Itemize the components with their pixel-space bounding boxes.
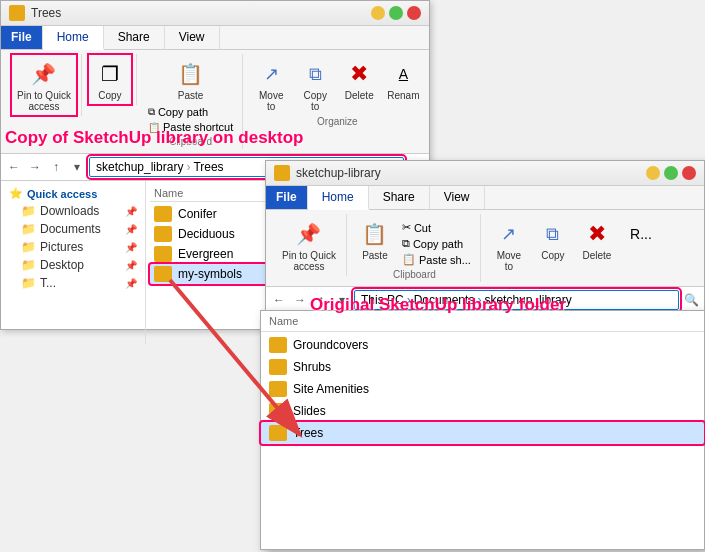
tab-home-2[interactable]: Home bbox=[308, 186, 369, 210]
copy-label-2: Copy bbox=[541, 250, 564, 261]
move-to-button[interactable]: ↗ Moveto bbox=[251, 56, 291, 114]
search-btn-2[interactable]: 🔍 bbox=[682, 291, 700, 309]
pin-btn-group: 📌 Pin to Quickaccess bbox=[13, 56, 75, 114]
ribbon-group-pin: 📌 Pin to Quickaccess bbox=[7, 54, 82, 116]
sidebar-item-desktop[interactable]: 📁 Desktop 📌 bbox=[1, 256, 145, 274]
move-to-btn-2[interactable]: ↗ Moveto bbox=[489, 216, 529, 274]
mysymbols-label: my-symbols bbox=[178, 267, 242, 281]
cut-label-2: Cut bbox=[414, 222, 431, 234]
ribbon-tabs-1: File Home Share View bbox=[1, 26, 429, 50]
address-sep: › bbox=[186, 160, 190, 174]
copy-icon-2: ⧉ bbox=[537, 218, 569, 250]
deciduous-label: Deciduous bbox=[178, 227, 235, 241]
folder-icon-shrubs bbox=[269, 359, 287, 375]
copy-btn-2[interactable]: ⧉ Copy bbox=[533, 216, 573, 274]
address-part1: sketchup_library bbox=[96, 160, 183, 174]
paste-sh-button-2[interactable]: 📋 Paste sh... bbox=[399, 252, 474, 267]
pin-icon-2: 📌 bbox=[293, 218, 325, 250]
pin-quick-access-button[interactable]: 📌 Pin to Quickaccess bbox=[13, 56, 75, 114]
copy-path-label-2: Copy path bbox=[413, 238, 463, 250]
pin-btn-2[interactable]: 📌 Pin to Quickaccess bbox=[278, 216, 340, 274]
paste-btn-2[interactable]: 📋 Paste bbox=[355, 216, 395, 267]
minimize-btn-2[interactable] bbox=[646, 166, 660, 180]
paste-sh-label-2: Paste sh... bbox=[419, 254, 471, 266]
ribbon-group-organize-2: ↗ Moveto ⧉ Copy ✖ Delete R... bbox=[483, 214, 667, 276]
delete-button[interactable]: ✖ Delete bbox=[339, 56, 379, 114]
pin-indicator-pics: 📌 bbox=[125, 242, 137, 253]
trees-label: Trees bbox=[293, 426, 323, 440]
tab-share-1[interactable]: Share bbox=[104, 26, 165, 49]
sidebar-item-documents[interactable]: 📁 Documents 📌 bbox=[1, 220, 145, 238]
folder-icon-dl: 📁 bbox=[21, 204, 36, 218]
ribbon-group-organize: ↗ Moveto ⧉ Copyto ✖ Delete A Renam bbox=[245, 54, 429, 129]
sidebar-item-t[interactable]: 📁 T... 📌 bbox=[1, 274, 145, 292]
cut-button-2[interactable]: ✂ Cut bbox=[399, 220, 474, 235]
star-icon: ⭐ bbox=[9, 187, 23, 200]
pin-icon: 📌 bbox=[28, 58, 60, 90]
sidebar-item-downloads[interactable]: 📁 Downloads 📌 bbox=[1, 202, 145, 220]
move-icon-2: ↗ bbox=[493, 218, 525, 250]
tab-view-1[interactable]: View bbox=[165, 26, 220, 49]
organize-buttons: ↗ Moveto ⧉ Copyto ✖ Delete A Renam bbox=[251, 56, 423, 114]
paste-icon: 📋 bbox=[175, 58, 207, 90]
copy-path-button[interactable]: ⧉ Copy path bbox=[145, 105, 236, 119]
up-btn[interactable]: ↑ bbox=[47, 158, 65, 176]
list-item-shrubs[interactable]: Shrubs bbox=[261, 356, 704, 378]
tab-file-1[interactable]: File bbox=[1, 26, 43, 49]
recent-btn[interactable]: ▾ bbox=[68, 158, 86, 176]
pin-indicator-docs: 📌 bbox=[125, 224, 137, 235]
folder-icon-evergreen bbox=[154, 246, 172, 262]
delete-btn-2[interactable]: ✖ Delete bbox=[577, 216, 617, 274]
paste-sh-icon-2: 📋 bbox=[402, 253, 416, 266]
copy-icon-1: ❐ bbox=[94, 58, 126, 90]
list-item-slides[interactable]: Slides bbox=[261, 400, 704, 422]
downloads-label: Downloads bbox=[40, 204, 99, 218]
paste-button[interactable]: 📋 Paste bbox=[171, 56, 211, 103]
tab-home-1[interactable]: Home bbox=[43, 26, 104, 50]
rename-button[interactable]: A Renam bbox=[383, 56, 423, 114]
delete-icon-2: ✖ bbox=[581, 218, 613, 250]
copy-path-button-2[interactable]: ⧉ Copy path bbox=[399, 236, 474, 251]
sidebar-item-pictures[interactable]: 📁 Pictures 📌 bbox=[1, 238, 145, 256]
folder-icon-gc bbox=[269, 337, 287, 353]
window-controls bbox=[371, 6, 421, 20]
list-item-groundcovers[interactable]: Groundcovers bbox=[261, 334, 704, 356]
list-item-trees[interactable]: Trees bbox=[261, 422, 704, 444]
pin-indicator-dl: 📌 bbox=[125, 206, 137, 217]
folder-icon-title2 bbox=[274, 165, 290, 181]
groundcovers-label: Groundcovers bbox=[293, 338, 368, 352]
tab-share-2[interactable]: Share bbox=[369, 186, 430, 209]
rename-icon: A bbox=[387, 58, 419, 90]
forward-btn-2[interactable]: → bbox=[291, 291, 309, 309]
copy-button-1[interactable]: ❐ Copy bbox=[90, 56, 130, 103]
close-btn-2[interactable] bbox=[682, 166, 696, 180]
desktop-label: Desktop bbox=[40, 258, 84, 272]
back-btn[interactable]: ← bbox=[5, 158, 23, 176]
folder-icon-trees bbox=[269, 425, 287, 441]
ribbon-tabs-2: File Home Share View bbox=[266, 186, 704, 210]
maximize-btn[interactable] bbox=[389, 6, 403, 20]
ribbon-group-copy-1: ❐ Copy bbox=[84, 54, 137, 105]
window1-title: Trees bbox=[31, 6, 61, 20]
pictures-label: Pictures bbox=[40, 240, 83, 254]
delete-label: Delete bbox=[345, 90, 374, 101]
rename-btn-2[interactable]: R... bbox=[621, 216, 661, 274]
list-item-siteamenities[interactable]: Site Amenities bbox=[261, 378, 704, 400]
window3: Name Groundcovers Shrubs Site Amenities … bbox=[260, 310, 705, 550]
copy-to-button[interactable]: ⧉ Copyto bbox=[295, 56, 335, 114]
tab-view-2[interactable]: View bbox=[430, 186, 485, 209]
pin-indicator-t: 📌 bbox=[125, 278, 137, 289]
organize-buttons-2: ↗ Moveto ⧉ Copy ✖ Delete R... bbox=[489, 216, 661, 274]
tab-file-2[interactable]: File bbox=[266, 186, 308, 209]
close-btn[interactable] bbox=[407, 6, 421, 20]
back-btn-2[interactable]: ← bbox=[270, 291, 288, 309]
maximize-btn-2[interactable] bbox=[664, 166, 678, 180]
forward-btn[interactable]: → bbox=[26, 158, 44, 176]
sidebar-1: ⭐ Quick access 📁 Downloads 📌 📁 Documents… bbox=[1, 181, 146, 344]
ribbon-group-paste-2: 📋 Paste ✂ Cut ⧉ Copy path 📋 bbox=[349, 214, 481, 282]
minimize-btn[interactable] bbox=[371, 6, 385, 20]
conifer-label: Conifer bbox=[178, 207, 217, 221]
window-controls-2 bbox=[646, 166, 696, 180]
copy-to-label: Copyto bbox=[304, 90, 327, 112]
rename-label: Renam bbox=[387, 90, 419, 101]
